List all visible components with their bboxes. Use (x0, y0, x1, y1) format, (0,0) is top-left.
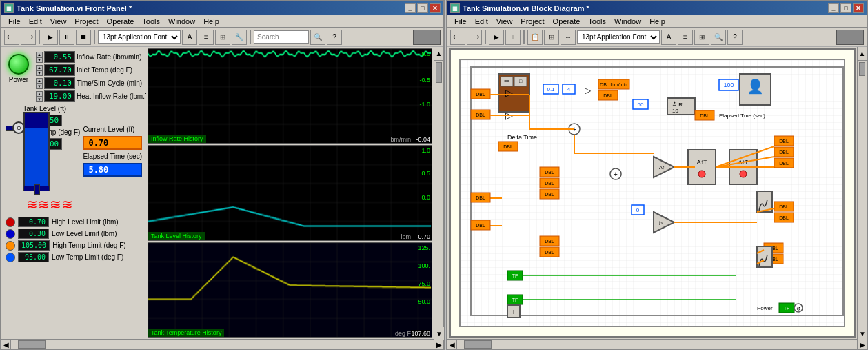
fp-inlet-arrows[interactable]: ▲ ▼ (36, 65, 43, 76)
fp-limits-section: 0.70 High Level Limit (lbm) 0.30 Low Lev… (6, 217, 142, 262)
fp-heat-down[interactable]: ▼ (36, 97, 43, 102)
fp-scroll-left[interactable]: ◀ (1, 340, 11, 349)
bd-back-button[interactable]: ⟵ (450, 30, 465, 45)
fp-limit-low-level-value: 0.30 (18, 229, 49, 239)
fp-heat-value[interactable]: 19.00 (44, 90, 75, 102)
bd-scrollbar-h[interactable]: ◀ ▶ (447, 339, 867, 349)
fp-maximize-button[interactable]: □ (417, 3, 428, 13)
fp-back-button[interactable]: ⟵ (4, 30, 19, 45)
fp-timesim-down[interactable]: ▼ (36, 84, 43, 89)
fp-inlet-value[interactable]: 67.70 (44, 64, 75, 76)
bd-fwd-button[interactable]: ⟶ (467, 30, 482, 45)
fp-graph-level-unit: lbm (401, 233, 411, 240)
bd-maximize-button[interactable]: □ (840, 3, 851, 13)
fp-menu-view[interactable]: View (46, 17, 71, 26)
bd-btn5[interactable]: ↔ (561, 30, 576, 45)
bd-hscroll-thumb[interactable] (464, 340, 492, 349)
bd-menu-file[interactable]: File (450, 17, 471, 26)
bd-font-btn[interactable]: A (661, 30, 676, 45)
fp-hscroll-thumb[interactable] (18, 340, 46, 349)
fp-scroll-down[interactable]: ▼ (434, 327, 443, 339)
bd-scroll-right[interactable]: ▶ (857, 340, 867, 349)
bd-align-btn[interactable]: ≡ (678, 30, 693, 45)
bd-minimize-button[interactable]: _ (828, 3, 839, 13)
fp-corner-icon (413, 30, 441, 45)
fp-inflow-up[interactable]: ▲ (36, 52, 43, 57)
bd-menu-edit[interactable]: Edit (471, 17, 492, 26)
bd-panel-inner: DBL DBL DBL DBL ≡≡ □ (447, 47, 857, 339)
fp-graph-temp-title: Tank Temperature History (148, 329, 224, 337)
bd-run-button[interactable]: ▶ (489, 30, 504, 45)
bd-zoom-btn[interactable]: 🔍 (711, 30, 726, 45)
fp-run-button[interactable]: ▶ (43, 30, 58, 45)
bd-close-button[interactable]: ✕ (853, 3, 864, 13)
bd-dist-btn[interactable]: ⊞ (694, 30, 709, 45)
svg-point-30 (740, 171, 747, 177)
fp-menu-tools[interactable]: Tools (138, 17, 164, 26)
bd-menu-operate[interactable]: Operate (549, 17, 585, 26)
bd-btn4[interactable]: ⊞ (544, 30, 559, 45)
fp-align-btn[interactable]: ≡ (199, 30, 214, 45)
bd-stop-button[interactable]: ⏸ (505, 30, 521, 45)
fp-abort-button[interactable]: ⏹ (76, 30, 91, 45)
bd-help-btn[interactable]: ? (727, 30, 743, 45)
fp-heat-up[interactable]: ▲ (36, 91, 43, 97)
bd-menu-view[interactable]: View (492, 17, 517, 26)
fp-current-level-label: Current Level (ft) (83, 126, 142, 133)
fp-tools-btn[interactable]: 🔧 (232, 30, 247, 45)
fp-menu-help[interactable]: Help (199, 17, 223, 26)
fp-close-button[interactable]: ✕ (430, 3, 441, 13)
fp-menu-bar: File Edit View Project Operate Tools Win… (1, 15, 443, 28)
fp-scroll-thumb[interactable] (436, 62, 442, 83)
fp-menu-window[interactable]: Window (164, 17, 199, 26)
fp-menu-file[interactable]: File (4, 17, 25, 26)
fp-scroll-up[interactable]: ▲ (434, 47, 443, 61)
bd-scroll-down[interactable]: ▼ (858, 327, 867, 339)
bd-title-bar: ▦ Tank Simulation.vi Block Diagram * _ □… (447, 1, 867, 15)
fp-scrollbar-v[interactable]: ▲ ▼ (434, 47, 443, 339)
fp-fwd-button[interactable]: ⟶ (21, 30, 36, 45)
fp-inflow-down[interactable]: ▼ (36, 57, 43, 63)
fp-menu-edit[interactable]: Edit (25, 17, 46, 26)
bd-btn3[interactable]: 📋 (527, 30, 543, 45)
bd-dbl-r4: DBL (779, 204, 789, 209)
fp-inlet-down[interactable]: ▼ (36, 70, 43, 76)
fp-search-input[interactable] (254, 30, 309, 44)
fp-elapsed-value: 5.80 (83, 163, 142, 177)
fp-heat-arrows[interactable]: ▲ ▼ (36, 91, 43, 102)
fp-timesim-arrows[interactable]: ▲ ▼ (36, 78, 43, 89)
bd-scroll-thumb[interactable] (859, 62, 865, 76)
fp-inlet-up[interactable]: ▲ (36, 65, 43, 70)
fp-font-size-btn[interactable]: A (182, 30, 197, 45)
power-led[interactable] (8, 54, 29, 75)
bd-menu-tools[interactable]: Tools (584, 17, 610, 26)
fp-inlet-temp-control: ▲ ▼ 67.70 Inlet Temp (deg F) (36, 64, 157, 76)
bd-scroll-up[interactable]: ▲ (858, 47, 867, 61)
fp-menu-project[interactable]: Project (70, 17, 102, 26)
fp-heater-section: ≋≋≋≋ (6, 197, 142, 211)
fp-graph-level-title: Tank Level History (148, 232, 205, 240)
bd-scrollbar-v[interactable]: ▲ ▼ (857, 47, 867, 339)
bd-scroll-left[interactable]: ◀ (447, 340, 457, 349)
fp-scroll-right[interactable]: ▶ (434, 340, 443, 349)
fp-menu-operate[interactable]: Operate (103, 17, 139, 26)
fp-timesim-up[interactable]: ▲ (36, 78, 43, 84)
fp-scrollbar-h[interactable]: ◀ ▶ (1, 339, 443, 349)
fp-timesim-value[interactable]: 0.10 (44, 77, 75, 89)
bd-menu-help[interactable]: Help (645, 17, 669, 26)
fp-stop-button[interactable]: ⏸ (59, 30, 74, 45)
bd-menu-project[interactable]: Project (516, 17, 548, 26)
fp-help-icon[interactable]: ? (327, 30, 342, 45)
fp-inflow-arrows[interactable]: ▲ ▼ (36, 52, 43, 63)
bd-svg: DBL DBL DBL DBL ≡≡ □ (461, 60, 844, 326)
fp-search-icon[interactable]: 🔍 (310, 30, 325, 45)
fp-graph-temp: Tank Temperature History deg F 107.68 12… (148, 242, 432, 338)
fp-font-select[interactable]: 13pt Application Font (98, 30, 181, 44)
bd-font-select[interactable]: 13pt Application Font (577, 30, 660, 44)
bd-dbl-m5: DBL (545, 250, 554, 255)
bd-menu-window[interactable]: Window (610, 17, 645, 26)
bd-const-01: 0.1 (547, 86, 555, 93)
fp-minimize-button[interactable]: _ (405, 3, 416, 13)
fp-dist-btn[interactable]: ⊞ (215, 30, 230, 45)
fp-inflow-value[interactable]: 0.55 (44, 51, 75, 63)
